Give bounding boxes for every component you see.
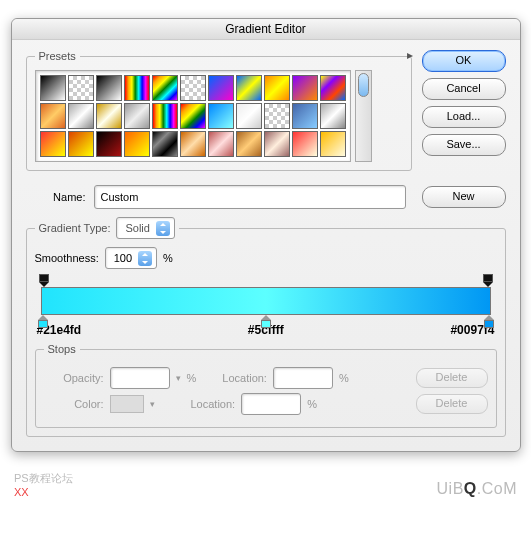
watermark-line2: XX	[14, 486, 73, 498]
gradient-bar[interactable]	[41, 287, 491, 315]
color-stop-mid[interactable]	[261, 315, 271, 328]
gradient-type-select[interactable]: Solid	[116, 217, 174, 239]
color-well	[110, 395, 144, 413]
presets-legend: Presets	[35, 50, 80, 62]
name-input[interactable]	[94, 185, 406, 209]
preset-swatch[interactable]	[40, 131, 66, 157]
chevron-updown-icon	[156, 221, 170, 236]
presets-grid[interactable]	[35, 70, 351, 162]
preset-swatch[interactable]	[236, 131, 262, 157]
color-stop-right[interactable]	[484, 315, 494, 328]
logo-text: UiBQ.CoM	[437, 480, 517, 498]
color-location-input	[241, 393, 301, 415]
preset-swatch[interactable]	[320, 131, 346, 157]
preset-swatch[interactable]	[96, 103, 122, 129]
page-footer: PS教程论坛 XX UiBQ.CoM	[0, 470, 531, 500]
window-title: Gradient Editor	[12, 19, 520, 40]
preset-swatch[interactable]	[208, 131, 234, 157]
location-label: Location:	[191, 398, 236, 410]
preset-swatch[interactable]	[292, 75, 318, 101]
watermark-line1: PS教程论坛	[14, 471, 73, 486]
presets-scrollbar[interactable]	[355, 70, 372, 162]
preset-swatch[interactable]	[320, 75, 346, 101]
preset-swatch[interactable]	[180, 103, 206, 129]
ok-button[interactable]: OK	[422, 50, 506, 72]
preset-swatch[interactable]	[68, 131, 94, 157]
preset-swatch[interactable]	[152, 131, 178, 157]
smoothness-unit: %	[163, 252, 173, 264]
opacity-input	[110, 367, 170, 389]
presets-group: Presets ▸	[26, 50, 412, 171]
chevron-down-icon	[138, 251, 152, 266]
dialog-buttons: OK Cancel Load... Save...	[422, 50, 506, 171]
stops-group: Stops Opacity: ▾ % Location: % Delete Co…	[35, 343, 497, 428]
scrollbar-thumb[interactable]	[358, 73, 369, 97]
caret-down-icon: ▾	[176, 373, 181, 383]
delete-color-button: Delete	[416, 394, 488, 414]
preset-swatch[interactable]	[264, 103, 290, 129]
smoothness-label: Smoothness:	[35, 252, 99, 264]
preset-swatch[interactable]	[264, 75, 290, 101]
gradient-type-label: Gradient Type:	[39, 222, 111, 234]
preset-swatch[interactable]	[292, 131, 318, 157]
new-button[interactable]: New	[422, 186, 506, 208]
presets-menu-icon[interactable]: ▸	[407, 48, 413, 62]
preset-swatch[interactable]	[96, 131, 122, 157]
gradient-preview	[41, 287, 491, 315]
opacity-stop-right[interactable]	[483, 274, 493, 286]
preset-swatch[interactable]	[40, 75, 66, 101]
preset-swatch[interactable]	[264, 131, 290, 157]
load-button[interactable]: Load...	[422, 106, 506, 128]
preset-swatch[interactable]	[208, 103, 234, 129]
preset-swatch[interactable]	[152, 75, 178, 101]
preset-swatch[interactable]	[152, 103, 178, 129]
color-stop-left[interactable]	[38, 315, 48, 328]
preset-swatch[interactable]	[68, 75, 94, 101]
preset-swatch[interactable]	[124, 131, 150, 157]
preset-swatch[interactable]	[292, 103, 318, 129]
preset-swatch[interactable]	[208, 75, 234, 101]
preset-swatch[interactable]	[180, 75, 206, 101]
smoothness-input[interactable]: 100	[105, 247, 157, 269]
color-label: Color:	[44, 398, 104, 410]
delete-opacity-button: Delete	[416, 368, 488, 388]
preset-swatch[interactable]	[320, 103, 346, 129]
location-label: Location:	[222, 372, 267, 384]
opacity-location-input	[273, 367, 333, 389]
preset-swatch[interactable]	[236, 103, 262, 129]
opacity-label: Opacity:	[44, 372, 104, 384]
gradient-type-value: Solid	[125, 222, 149, 234]
preset-swatch[interactable]	[180, 131, 206, 157]
preset-swatch[interactable]	[236, 75, 262, 101]
caret-down-icon: ▾	[150, 399, 155, 409]
preset-swatch[interactable]	[124, 75, 150, 101]
save-button[interactable]: Save...	[422, 134, 506, 156]
cancel-button[interactable]: Cancel	[422, 78, 506, 100]
gradient-group: Gradient Type: Solid Smoothness: 100 %	[26, 217, 506, 437]
stops-legend: Stops	[44, 343, 80, 355]
preset-swatch[interactable]	[96, 75, 122, 101]
preset-swatch[interactable]	[68, 103, 94, 129]
opacity-stop-left[interactable]	[39, 274, 49, 286]
preset-swatch[interactable]	[124, 103, 150, 129]
preset-swatch[interactable]	[40, 103, 66, 129]
gradient-editor-window: Gradient Editor Presets ▸ OK Cancel Load…	[11, 18, 521, 452]
name-label: Name:	[26, 191, 86, 203]
